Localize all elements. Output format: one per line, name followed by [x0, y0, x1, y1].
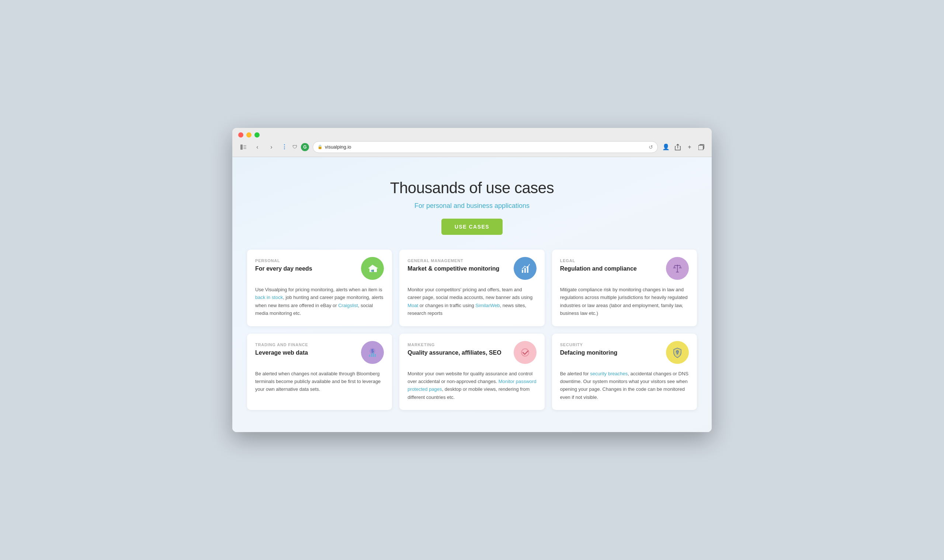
monitor-password-link[interactable]: Monitor password protected pages [408, 378, 536, 392]
card-trading-body: Be alerted when changes not available th… [255, 370, 384, 393]
url-text: visualping.io [325, 144, 647, 150]
svg-rect-15 [371, 354, 372, 357]
cards-grid: PERSONAL For every day needs Use Visualp… [247, 249, 697, 410]
svg-rect-5 [371, 270, 374, 272]
card-legal-title: Regulation and compliance [560, 265, 661, 273]
card-trading-header: TRADING AND FINANCE Leverage web data $ [255, 343, 384, 364]
svg-rect-6 [522, 270, 523, 273]
back-in-stock-link[interactable]: back in stock [255, 295, 283, 300]
similarweb-link[interactable]: SimilarWeb [475, 303, 500, 308]
card-legal: LEGAL Regulation and compliance [552, 249, 697, 326]
card-trading-category: TRADING AND FINANCE [255, 343, 356, 347]
card-general-category: GENERAL MANAGEMENT [408, 258, 508, 263]
hero-section: Thousands of use cases For personal and … [247, 179, 697, 235]
card-personal-category: PERSONAL [255, 258, 356, 263]
card-legal-header: LEGAL Regulation and compliance [560, 258, 689, 280]
card-security-icon [666, 341, 689, 364]
card-general-body: Monitor your competitors' pricing and of… [408, 286, 536, 317]
svg-rect-4 [698, 145, 703, 150]
browser-toolbar: ‹ › ⋮ 🛡 G 🔒 visualping.io ↺ 👤 [238, 141, 706, 157]
svg-rect-0 [240, 145, 243, 150]
ext-icon-1[interactable]: ⋮ [280, 143, 288, 151]
use-cases-button[interactable]: USE CASES [441, 218, 503, 235]
ext-icon-2[interactable]: 🛡 [291, 143, 299, 151]
card-personal-body: Use Visualping for pricing monitoring, a… [255, 286, 384, 317]
card-general: GENERAL MANAGEMENT Market & competitive … [399, 249, 544, 326]
card-trading: TRADING AND FINANCE Leverage web data $ [247, 334, 392, 410]
lock-icon: 🔒 [317, 145, 323, 149]
card-marketing-title: Quality assurance, affiliates, SEO [408, 349, 508, 357]
card-personal-title: For every day needs [255, 265, 356, 273]
card-legal-body: Mitigate compliance risk by monitoring c… [560, 286, 689, 317]
hero-subtitle: For personal and business applications [247, 202, 697, 210]
card-security: SECURITY Defacing monitoring Be alerted … [552, 334, 697, 410]
card-general-icon [514, 257, 536, 280]
card-personal: PERSONAL For every day needs Use Visualp… [247, 249, 392, 326]
new-tab-icon[interactable]: + [685, 143, 694, 152]
security-breaches-link[interactable]: security breaches [590, 371, 628, 376]
svg-rect-1 [243, 145, 246, 146]
browser-right-actions: 👤 + [662, 143, 706, 152]
account-icon[interactable]: 👤 [662, 143, 670, 152]
card-trading-icon: $ [361, 341, 384, 364]
browser-chrome: ‹ › ⋮ 🛡 G 🔒 visualping.io ↺ 👤 [232, 128, 712, 157]
svg-rect-20 [677, 353, 678, 355]
svg-rect-3 [243, 148, 246, 149]
maximize-button[interactable] [254, 132, 260, 137]
card-personal-header: PERSONAL For every day needs [255, 258, 384, 280]
card-marketing-body: Monitor your own website for quality ass… [408, 370, 536, 402]
ext-icon-3[interactable]: G [301, 143, 309, 151]
card-personal-icon [361, 257, 384, 280]
hero-title: Thousands of use cases [247, 179, 697, 197]
sidebar-toggle-button[interactable] [238, 142, 248, 152]
svg-rect-7 [524, 268, 526, 273]
craigslist-link[interactable]: Craigslist [338, 303, 358, 308]
card-marketing-header: MARKETING Quality assurance, affiliates,… [408, 343, 536, 364]
svg-rect-2 [243, 147, 246, 148]
svg-rect-14 [369, 355, 370, 357]
minimize-button[interactable] [246, 132, 251, 137]
card-security-header: SECURITY Defacing monitoring [560, 343, 689, 364]
card-general-title: Market & competitive monitoring [408, 265, 508, 273]
card-security-body: Be alerted for security breaches, accide… [560, 370, 689, 402]
card-general-header: GENERAL MANAGEMENT Market & competitive … [408, 258, 536, 280]
close-button[interactable] [238, 132, 243, 137]
card-security-category: SECURITY [560, 343, 661, 347]
svg-rect-16 [373, 352, 374, 357]
svg-rect-11 [676, 272, 679, 272]
svg-rect-17 [375, 354, 376, 357]
traffic-lights [238, 132, 706, 137]
card-legal-icon [666, 257, 689, 280]
card-security-title: Defacing monitoring [560, 349, 661, 357]
tabs-icon[interactable] [697, 143, 706, 152]
card-marketing-icon [514, 341, 536, 364]
back-button[interactable]: ‹ [252, 142, 263, 152]
card-marketing-category: MARKETING [408, 343, 508, 347]
share-icon[interactable] [673, 143, 682, 152]
address-bar[interactable]: 🔒 visualping.io ↺ [313, 141, 658, 153]
reload-icon[interactable]: ↺ [648, 144, 653, 150]
card-legal-category: LEGAL [560, 258, 661, 263]
card-trading-title: Leverage web data [255, 349, 356, 357]
browser-window: ‹ › ⋮ 🛡 G 🔒 visualping.io ↺ 👤 [232, 128, 712, 432]
card-marketing: MARKETING Quality assurance, affiliates,… [399, 334, 544, 410]
forward-button[interactable]: › [266, 142, 277, 152]
extension-icons: ⋮ 🛡 G [280, 143, 309, 151]
page-content: Thousands of use cases For personal and … [232, 157, 712, 432]
moat-link[interactable]: Moat [408, 303, 418, 308]
